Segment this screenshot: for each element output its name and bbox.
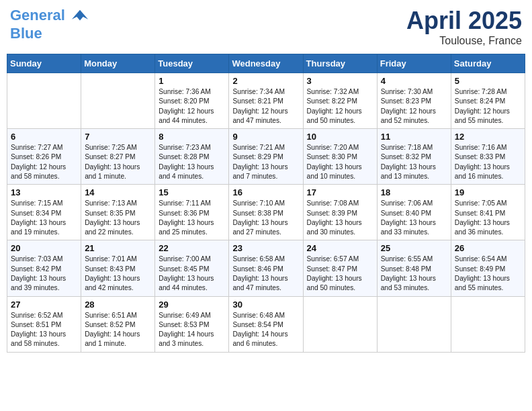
- weekday-header-wednesday: Wednesday: [229, 54, 303, 73]
- calendar-cell: 7Sunrise: 7:25 AM Sunset: 8:27 PM Daylig…: [81, 129, 155, 185]
- calendar-cell: 4Sunrise: 7:30 AM Sunset: 8:23 PM Daylig…: [377, 73, 451, 129]
- day-info: Sunrise: 7:01 AM Sunset: 8:43 PM Dayligh…: [85, 255, 151, 293]
- calendar-cell: 3Sunrise: 7:32 AM Sunset: 8:22 PM Daylig…: [303, 73, 377, 129]
- day-info: Sunrise: 7:25 AM Sunset: 8:27 PM Dayligh…: [85, 143, 151, 181]
- calendar-cell: 2Sunrise: 7:34 AM Sunset: 8:21 PM Daylig…: [229, 73, 303, 129]
- logo: General Blue: [10, 7, 89, 42]
- day-number: 25: [381, 243, 447, 253]
- day-number: 16: [232, 187, 299, 197]
- day-info: Sunrise: 7:16 AM Sunset: 8:33 PM Dayligh…: [455, 143, 521, 181]
- calendar-cell: 22Sunrise: 7:00 AM Sunset: 8:45 PM Dayli…: [155, 240, 229, 296]
- day-number: 17: [307, 187, 373, 197]
- calendar-cell: 25Sunrise: 6:55 AM Sunset: 8:48 PM Dayli…: [377, 240, 451, 296]
- day-info: Sunrise: 7:36 AM Sunset: 8:20 PM Dayligh…: [159, 87, 225, 126]
- title-block: April 2025 Toulouse, France: [406, 7, 522, 47]
- calendar-table: SundayMondayTuesdayWednesdayThursdayFrid…: [7, 54, 525, 353]
- calendar-cell: 20Sunrise: 7:03 AM Sunset: 8:42 PM Dayli…: [7, 240, 81, 296]
- day-number: 1: [159, 76, 225, 86]
- day-number: 4: [381, 76, 447, 86]
- day-info: Sunrise: 7:00 AM Sunset: 8:45 PM Dayligh…: [159, 255, 225, 293]
- calendar-cell: 8Sunrise: 7:23 AM Sunset: 8:28 PM Daylig…: [155, 129, 229, 185]
- day-info: Sunrise: 6:49 AM Sunset: 8:53 PM Dayligh…: [159, 311, 225, 349]
- day-info: Sunrise: 7:21 AM Sunset: 8:29 PM Dayligh…: [232, 143, 299, 181]
- day-number: 2: [232, 76, 299, 86]
- day-number: 24: [307, 243, 373, 253]
- calendar-cell: 29Sunrise: 6:49 AM Sunset: 8:53 PM Dayli…: [155, 296, 229, 352]
- day-info: Sunrise: 6:51 AM Sunset: 8:52 PM Dayligh…: [85, 311, 151, 349]
- day-number: 20: [11, 243, 77, 253]
- day-number: 11: [381, 132, 447, 142]
- day-number: 7: [85, 132, 151, 142]
- calendar-cell: [303, 296, 377, 352]
- day-info: Sunrise: 6:54 AM Sunset: 8:49 PM Dayligh…: [455, 255, 521, 293]
- calendar-week-5: 27Sunrise: 6:52 AM Sunset: 8:51 PM Dayli…: [7, 296, 525, 352]
- day-number: 29: [159, 300, 225, 310]
- calendar-cell: 9Sunrise: 7:21 AM Sunset: 8:29 PM Daylig…: [229, 129, 303, 185]
- svg-marker-0: [72, 10, 88, 21]
- calendar-cell: [377, 296, 451, 352]
- calendar-cell: 6Sunrise: 7:27 AM Sunset: 8:26 PM Daylig…: [7, 129, 81, 185]
- calendar-cell: 1Sunrise: 7:36 AM Sunset: 8:20 PM Daylig…: [155, 73, 229, 129]
- day-info: Sunrise: 7:34 AM Sunset: 8:21 PM Dayligh…: [232, 87, 299, 126]
- day-number: 19: [455, 187, 521, 197]
- day-info: Sunrise: 7:23 AM Sunset: 8:28 PM Dayligh…: [159, 143, 225, 181]
- weekday-header-tuesday: Tuesday: [155, 54, 229, 73]
- day-number: 5: [455, 76, 521, 86]
- calendar-cell: 5Sunrise: 7:28 AM Sunset: 8:24 PM Daylig…: [451, 73, 525, 129]
- weekday-header-saturday: Saturday: [451, 54, 525, 73]
- calendar-cell: 26Sunrise: 6:54 AM Sunset: 8:49 PM Dayli…: [451, 240, 525, 296]
- calendar-week-4: 20Sunrise: 7:03 AM Sunset: 8:42 PM Dayli…: [7, 240, 525, 296]
- day-info: Sunrise: 7:28 AM Sunset: 8:24 PM Dayligh…: [455, 87, 521, 126]
- calendar-cell: 19Sunrise: 7:05 AM Sunset: 8:41 PM Dayli…: [451, 185, 525, 240]
- day-number: 15: [159, 187, 225, 197]
- calendar-cell: 14Sunrise: 7:13 AM Sunset: 8:35 PM Dayli…: [81, 185, 155, 240]
- day-number: 28: [85, 300, 151, 310]
- calendar-cell: 30Sunrise: 6:48 AM Sunset: 8:54 PM Dayli…: [229, 296, 303, 352]
- day-info: Sunrise: 7:30 AM Sunset: 8:23 PM Dayligh…: [381, 87, 447, 126]
- day-number: 3: [307, 76, 373, 86]
- calendar-cell: 24Sunrise: 6:57 AM Sunset: 8:47 PM Dayli…: [303, 240, 377, 296]
- logo-blue: Blue: [10, 25, 42, 42]
- month-title: April 2025: [406, 7, 522, 35]
- calendar-cell: 18Sunrise: 7:06 AM Sunset: 8:40 PM Dayli…: [377, 185, 451, 240]
- day-info: Sunrise: 6:48 AM Sunset: 8:54 PM Dayligh…: [232, 311, 299, 349]
- day-info: Sunrise: 6:55 AM Sunset: 8:48 PM Dayligh…: [381, 255, 447, 293]
- day-number: 27: [11, 300, 77, 310]
- day-info: Sunrise: 7:08 AM Sunset: 8:39 PM Dayligh…: [307, 199, 373, 237]
- day-number: 21: [85, 243, 151, 253]
- day-info: Sunrise: 6:57 AM Sunset: 8:47 PM Dayligh…: [307, 255, 373, 293]
- day-info: Sunrise: 6:58 AM Sunset: 8:46 PM Dayligh…: [232, 255, 299, 293]
- logo-bird-icon: [71, 7, 89, 26]
- day-info: Sunrise: 7:05 AM Sunset: 8:41 PM Dayligh…: [455, 199, 521, 237]
- day-number: 22: [159, 243, 225, 253]
- calendar-week-3: 13Sunrise: 7:15 AM Sunset: 8:34 PM Dayli…: [7, 185, 525, 240]
- day-number: 30: [232, 300, 299, 310]
- calendar-week-2: 6Sunrise: 7:27 AM Sunset: 8:26 PM Daylig…: [7, 129, 525, 185]
- location-subtitle: Toulouse, France: [406, 35, 522, 47]
- day-info: Sunrise: 6:52 AM Sunset: 8:51 PM Dayligh…: [11, 311, 77, 349]
- calendar-cell: 15Sunrise: 7:11 AM Sunset: 8:36 PM Dayli…: [155, 185, 229, 240]
- calendar-header-row: SundayMondayTuesdayWednesdayThursdayFrid…: [7, 54, 525, 73]
- day-number: 14: [85, 187, 151, 197]
- calendar-cell: 13Sunrise: 7:15 AM Sunset: 8:34 PM Dayli…: [7, 185, 81, 240]
- day-info: Sunrise: 7:27 AM Sunset: 8:26 PM Dayligh…: [11, 143, 77, 181]
- calendar-week-1: 1Sunrise: 7:36 AM Sunset: 8:20 PM Daylig…: [7, 73, 525, 129]
- day-info: Sunrise: 7:18 AM Sunset: 8:32 PM Dayligh…: [381, 143, 447, 181]
- calendar-cell: [7, 73, 81, 129]
- day-info: Sunrise: 7:20 AM Sunset: 8:30 PM Dayligh…: [307, 143, 373, 181]
- calendar-cell: 21Sunrise: 7:01 AM Sunset: 8:43 PM Dayli…: [81, 240, 155, 296]
- day-info: Sunrise: 7:13 AM Sunset: 8:35 PM Dayligh…: [85, 199, 151, 237]
- weekday-header-sunday: Sunday: [7, 54, 81, 73]
- day-info: Sunrise: 7:03 AM Sunset: 8:42 PM Dayligh…: [11, 255, 77, 293]
- calendar-cell: 28Sunrise: 6:51 AM Sunset: 8:52 PM Dayli…: [81, 296, 155, 352]
- day-number: 9: [232, 132, 299, 142]
- day-number: 6: [11, 132, 77, 142]
- day-number: 10: [307, 132, 373, 142]
- calendar-cell: 23Sunrise: 6:58 AM Sunset: 8:46 PM Dayli…: [229, 240, 303, 296]
- weekday-header-monday: Monday: [81, 54, 155, 73]
- day-number: 8: [159, 132, 225, 142]
- weekday-header-thursday: Thursday: [303, 54, 377, 73]
- calendar-cell: [451, 296, 525, 352]
- day-info: Sunrise: 7:11 AM Sunset: 8:36 PM Dayligh…: [159, 199, 225, 237]
- weekday-header-friday: Friday: [377, 54, 451, 73]
